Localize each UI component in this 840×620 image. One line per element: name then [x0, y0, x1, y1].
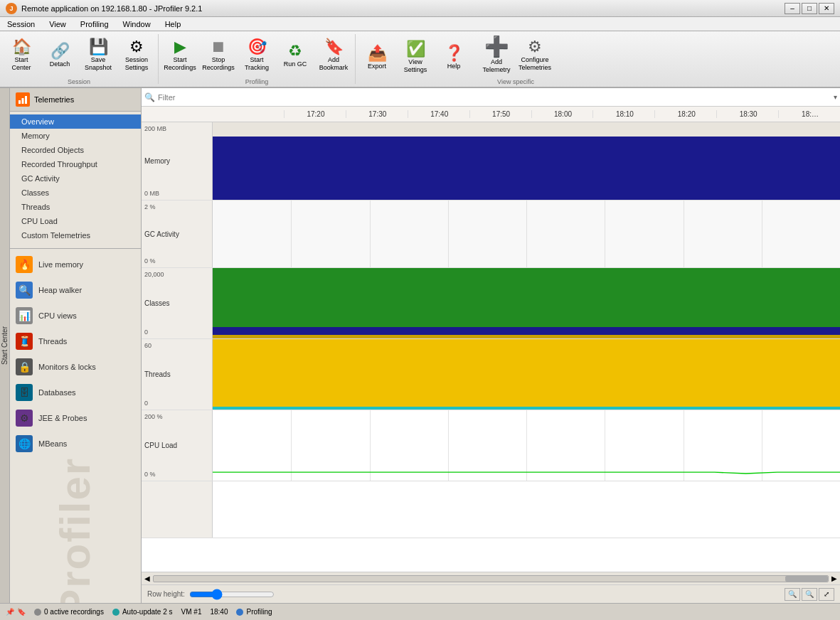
row-height-bar: Row height: 🔍 🔍 ⤢ — [142, 584, 840, 603]
maximize-button[interactable]: □ — [802, 3, 817, 14]
svg-rect-2 — [25, 96, 27, 104]
monitors-icon: 🔒 — [16, 358, 33, 375]
zoom-out-button[interactable]: 🔍 — [802, 588, 817, 601]
scroll-thumb[interactable] — [785, 576, 828, 582]
sidebar-item-threads[interactable]: Threads — [10, 200, 141, 214]
start-recordings-icon: ▶ — [174, 39, 186, 55]
scroll-track[interactable] — [153, 575, 829, 582]
fit-button[interactable]: ⤢ — [819, 588, 834, 601]
menu-view[interactable]: View — [45, 18, 70, 30]
telemetries-icon — [16, 92, 30, 107]
start-tracking-button[interactable]: 🎯 StartTracking — [238, 34, 275, 77]
start-tracking-label: StartTracking — [245, 56, 269, 72]
svg-rect-1 — [22, 98, 24, 104]
export-button[interactable]: 📤 Export — [358, 36, 395, 79]
view-settings-button[interactable]: ✅ ViewSettings — [397, 36, 434, 79]
sidebar-item-monitors-locks[interactable]: 🔒 Monitors & locks — [10, 354, 141, 380]
threads-icon: 🧵 — [16, 333, 33, 350]
sidebar-item-cpu-views[interactable]: 📊 CPU views — [10, 303, 141, 328]
detach-label: Detach — [50, 60, 70, 68]
time-axis: 17:20 17:30 17:40 17:50 18:00 18:10 18:2… — [142, 107, 840, 122]
start-recordings-label: StartRecordings — [164, 56, 196, 72]
chart-row-classes: 20,000 Classes 0 — [142, 268, 840, 339]
minimize-button[interactable]: – — [785, 3, 800, 14]
view-settings-icon: ✅ — [406, 41, 425, 57]
stop-recordings-button[interactable]: ⏹ StopRecordings — [200, 34, 237, 77]
sidebar-item-mbeans[interactable]: 🌐 MBeans — [10, 431, 141, 456]
cpu-canvas[interactable] — [213, 410, 840, 481]
add-bookmark-button[interactable]: 🔖 AddBookmark — [315, 34, 352, 77]
run-gc-button[interactable]: ♻ Run GC — [277, 34, 314, 77]
databases-icon: 🗄 — [16, 384, 33, 401]
configure-telemetries-label: ConfigureTelemetries — [519, 56, 551, 72]
start-recordings-button[interactable]: ▶ StartRecordings — [161, 34, 198, 77]
sidebar-item-classes[interactable]: Classes — [10, 186, 141, 200]
status-vm: VM #1 — [181, 608, 202, 616]
filter-dropdown-arrow[interactable]: ▾ — [834, 93, 837, 101]
pin-icon: 📌 — [6, 608, 14, 616]
configure-telemetries-button[interactable]: ⚙ ConfigureTelemetries — [516, 34, 553, 77]
sidebar-item-jee-probes[interactable]: ⚙ JEE & Probes — [10, 405, 141, 431]
scroll-left-button[interactable]: ◀ — [144, 574, 150, 582]
memory-scale-top: 200 MB — [144, 125, 209, 132]
menu-profiling[interactable]: Profiling — [76, 18, 113, 30]
status-pin: 📌 🔖 — [6, 608, 26, 616]
mode-label: Profiling — [246, 608, 272, 616]
toolbar-group-profiling: ▶ StartRecordings ⏹ StopRecordings 🎯 Sta… — [159, 34, 356, 84]
stop-recordings-icon: ⏹ — [211, 39, 226, 55]
menu-window[interactable]: Window — [119, 18, 155, 30]
stop-recordings-label: StopRecordings — [202, 56, 235, 72]
memory-canvas[interactable] — [213, 122, 840, 200]
status-time: 18:40 — [210, 608, 228, 616]
jee-probes-label: JEE & Probes — [38, 414, 87, 422]
charts-area[interactable]: 200 MB Memory 0 MB — [142, 122, 840, 538]
bookmark-icon: 🔖 — [17, 608, 26, 616]
sidebar-item-databases[interactable]: 🗄 Databases — [10, 380, 141, 405]
heap-walker-icon: 🔍 — [16, 282, 33, 299]
window-controls[interactable]: – □ ✕ — [785, 3, 834, 14]
help-button[interactable]: ❓ Help — [435, 36, 472, 79]
gc-canvas[interactable] — [213, 201, 840, 267]
sidebar-item-heap-walker[interactable]: 🔍 Heap walker — [10, 277, 141, 303]
save-snapshot-button[interactable]: 💾 SaveSnapshot — [80, 34, 117, 77]
sidebar-item-recorded-throughput[interactable]: Recorded Throughput — [10, 157, 141, 171]
sidebar-item-cpu-load[interactable]: CPU Load — [10, 214, 141, 228]
threads-canvas[interactable] — [213, 339, 840, 410]
start-center-button[interactable]: 🏠 StartCenter — [3, 34, 40, 77]
row-height-slider[interactable] — [189, 589, 275, 600]
filter-input[interactable] — [158, 93, 831, 102]
export-label: Export — [368, 63, 386, 70]
sidebar-item-overview[interactable]: Overview — [10, 114, 141, 129]
menu-help[interactable]: Help — [161, 18, 186, 30]
autoupdate-dot — [112, 609, 119, 616]
add-telemetry-icon: ➕ — [484, 37, 509, 57]
sidebar-telemetries-header[interactable]: Telemetries — [10, 88, 141, 112]
time-label-3: 17:50 — [469, 110, 531, 118]
detach-button[interactable]: 🔗 Detach — [41, 34, 78, 77]
monitors-locks-label: Monitors & locks — [38, 363, 96, 371]
run-gc-icon: ♻ — [288, 43, 302, 59]
time-label-1: 17:30 — [346, 110, 408, 118]
gc-scale-bottom: 0 % — [144, 257, 209, 264]
add-telemetry-button[interactable]: ➕ AddTelemetry — [478, 34, 515, 77]
session-settings-button[interactable]: ⚙ SessionSettings — [118, 34, 155, 77]
classes-canvas[interactable] — [213, 268, 840, 338]
zoom-in-button[interactable]: 🔍 — [785, 588, 800, 601]
sidebar-item-recorded-objects[interactable]: Recorded Objects — [10, 143, 141, 157]
close-button[interactable]: ✕ — [819, 3, 834, 14]
sidebar-item-threads-plugin[interactable]: 🧵 Threads — [10, 328, 141, 354]
sidebar-item-gc-activity[interactable]: GC Activity — [10, 171, 141, 186]
sidebar-watermark: JProfiler — [10, 456, 141, 603]
start-center-tab[interactable]: Start Center — [0, 88, 10, 603]
time-label: 18:40 — [210, 608, 228, 616]
menu-session[interactable]: Session — [3, 18, 39, 30]
scroll-right-button[interactable]: ▶ — [831, 574, 837, 582]
time-label-5: 18:10 — [592, 110, 654, 118]
export-icon: 📤 — [368, 46, 387, 61]
sidebar-item-live-memory[interactable]: 🔥 Live memory — [10, 252, 141, 277]
classes-label-area: 20,000 Classes 0 — [142, 268, 213, 338]
help-icon: ❓ — [445, 46, 464, 61]
toolbar-group-session: 🏠 StartCenter 🔗 Detach 💾 SaveSnapshot ⚙ … — [0, 34, 159, 84]
sidebar-item-custom-telemetries[interactable]: Custom Telemetries — [10, 228, 141, 242]
sidebar-item-memory[interactable]: Memory — [10, 129, 141, 143]
